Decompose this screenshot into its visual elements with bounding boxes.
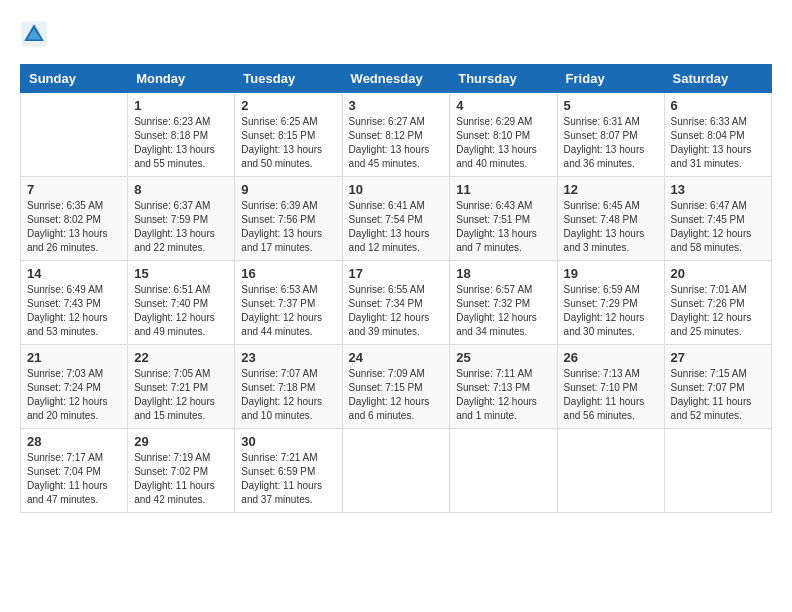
day-number: 18: [456, 266, 550, 281]
calendar-cell: [664, 429, 771, 513]
calendar-cell: 30Sunrise: 7:21 AM Sunset: 6:59 PM Dayli…: [235, 429, 342, 513]
calendar-day-header: Wednesday: [342, 65, 450, 93]
day-number: 27: [671, 350, 765, 365]
day-info: Sunrise: 6:23 AM Sunset: 8:18 PM Dayligh…: [134, 115, 228, 171]
calendar-cell: 13Sunrise: 6:47 AM Sunset: 7:45 PM Dayli…: [664, 177, 771, 261]
day-info: Sunrise: 7:13 AM Sunset: 7:10 PM Dayligh…: [564, 367, 658, 423]
day-info: Sunrise: 7:17 AM Sunset: 7:04 PM Dayligh…: [27, 451, 121, 507]
day-number: 25: [456, 350, 550, 365]
day-info: Sunrise: 6:33 AM Sunset: 8:04 PM Dayligh…: [671, 115, 765, 171]
day-info: Sunrise: 6:57 AM Sunset: 7:32 PM Dayligh…: [456, 283, 550, 339]
day-number: 12: [564, 182, 658, 197]
calendar-day-header: Friday: [557, 65, 664, 93]
day-info: Sunrise: 6:59 AM Sunset: 7:29 PM Dayligh…: [564, 283, 658, 339]
day-number: 19: [564, 266, 658, 281]
day-number: 14: [27, 266, 121, 281]
day-number: 15: [134, 266, 228, 281]
day-number: 26: [564, 350, 658, 365]
calendar-day-header: Sunday: [21, 65, 128, 93]
calendar-cell: 24Sunrise: 7:09 AM Sunset: 7:15 PM Dayli…: [342, 345, 450, 429]
calendar-cell: [21, 93, 128, 177]
calendar-day-header: Saturday: [664, 65, 771, 93]
calendar-cell: 1Sunrise: 6:23 AM Sunset: 8:18 PM Daylig…: [128, 93, 235, 177]
page-header: [20, 20, 772, 48]
calendar-cell: [450, 429, 557, 513]
logo-icon: [20, 20, 48, 48]
day-info: Sunrise: 6:53 AM Sunset: 7:37 PM Dayligh…: [241, 283, 335, 339]
calendar-week-row: 28Sunrise: 7:17 AM Sunset: 7:04 PM Dayli…: [21, 429, 772, 513]
day-number: 13: [671, 182, 765, 197]
day-number: 6: [671, 98, 765, 113]
calendar-cell: [342, 429, 450, 513]
calendar-header-row: SundayMondayTuesdayWednesdayThursdayFrid…: [21, 65, 772, 93]
day-number: 8: [134, 182, 228, 197]
calendar-cell: 27Sunrise: 7:15 AM Sunset: 7:07 PM Dayli…: [664, 345, 771, 429]
calendar-cell: 29Sunrise: 7:19 AM Sunset: 7:02 PM Dayli…: [128, 429, 235, 513]
day-info: Sunrise: 6:25 AM Sunset: 8:15 PM Dayligh…: [241, 115, 335, 171]
day-number: 3: [349, 98, 444, 113]
day-number: 22: [134, 350, 228, 365]
calendar-cell: 7Sunrise: 6:35 AM Sunset: 8:02 PM Daylig…: [21, 177, 128, 261]
calendar-cell: 11Sunrise: 6:43 AM Sunset: 7:51 PM Dayli…: [450, 177, 557, 261]
calendar-week-row: 14Sunrise: 6:49 AM Sunset: 7:43 PM Dayli…: [21, 261, 772, 345]
logo: [20, 20, 52, 48]
day-number: 10: [349, 182, 444, 197]
calendar-cell: 4Sunrise: 6:29 AM Sunset: 8:10 PM Daylig…: [450, 93, 557, 177]
calendar-cell: 10Sunrise: 6:41 AM Sunset: 7:54 PM Dayli…: [342, 177, 450, 261]
calendar-cell: 3Sunrise: 6:27 AM Sunset: 8:12 PM Daylig…: [342, 93, 450, 177]
calendar-cell: 9Sunrise: 6:39 AM Sunset: 7:56 PM Daylig…: [235, 177, 342, 261]
day-number: 16: [241, 266, 335, 281]
calendar-cell: 21Sunrise: 7:03 AM Sunset: 7:24 PM Dayli…: [21, 345, 128, 429]
day-number: 21: [27, 350, 121, 365]
day-number: 17: [349, 266, 444, 281]
day-info: Sunrise: 6:35 AM Sunset: 8:02 PM Dayligh…: [27, 199, 121, 255]
calendar-cell: 8Sunrise: 6:37 AM Sunset: 7:59 PM Daylig…: [128, 177, 235, 261]
calendar-week-row: 21Sunrise: 7:03 AM Sunset: 7:24 PM Dayli…: [21, 345, 772, 429]
calendar-day-header: Tuesday: [235, 65, 342, 93]
day-info: Sunrise: 6:45 AM Sunset: 7:48 PM Dayligh…: [564, 199, 658, 255]
day-info: Sunrise: 6:55 AM Sunset: 7:34 PM Dayligh…: [349, 283, 444, 339]
calendar-cell: 26Sunrise: 7:13 AM Sunset: 7:10 PM Dayli…: [557, 345, 664, 429]
day-info: Sunrise: 6:39 AM Sunset: 7:56 PM Dayligh…: [241, 199, 335, 255]
day-info: Sunrise: 7:03 AM Sunset: 7:24 PM Dayligh…: [27, 367, 121, 423]
day-number: 23: [241, 350, 335, 365]
day-info: Sunrise: 7:11 AM Sunset: 7:13 PM Dayligh…: [456, 367, 550, 423]
day-info: Sunrise: 6:27 AM Sunset: 8:12 PM Dayligh…: [349, 115, 444, 171]
day-info: Sunrise: 7:21 AM Sunset: 6:59 PM Dayligh…: [241, 451, 335, 507]
day-number: 30: [241, 434, 335, 449]
day-number: 11: [456, 182, 550, 197]
calendar-cell: 25Sunrise: 7:11 AM Sunset: 7:13 PM Dayli…: [450, 345, 557, 429]
day-info: Sunrise: 6:37 AM Sunset: 7:59 PM Dayligh…: [134, 199, 228, 255]
day-number: 5: [564, 98, 658, 113]
calendar-cell: 16Sunrise: 6:53 AM Sunset: 7:37 PM Dayli…: [235, 261, 342, 345]
calendar-cell: 19Sunrise: 6:59 AM Sunset: 7:29 PM Dayli…: [557, 261, 664, 345]
day-number: 4: [456, 98, 550, 113]
calendar-day-header: Monday: [128, 65, 235, 93]
calendar-week-row: 1Sunrise: 6:23 AM Sunset: 8:18 PM Daylig…: [21, 93, 772, 177]
day-info: Sunrise: 6:29 AM Sunset: 8:10 PM Dayligh…: [456, 115, 550, 171]
calendar-cell: 14Sunrise: 6:49 AM Sunset: 7:43 PM Dayli…: [21, 261, 128, 345]
day-info: Sunrise: 7:15 AM Sunset: 7:07 PM Dayligh…: [671, 367, 765, 423]
day-info: Sunrise: 6:43 AM Sunset: 7:51 PM Dayligh…: [456, 199, 550, 255]
calendar-cell: 20Sunrise: 7:01 AM Sunset: 7:26 PM Dayli…: [664, 261, 771, 345]
day-number: 9: [241, 182, 335, 197]
calendar-cell: 6Sunrise: 6:33 AM Sunset: 8:04 PM Daylig…: [664, 93, 771, 177]
calendar-cell: 18Sunrise: 6:57 AM Sunset: 7:32 PM Dayli…: [450, 261, 557, 345]
calendar-week-row: 7Sunrise: 6:35 AM Sunset: 8:02 PM Daylig…: [21, 177, 772, 261]
calendar-cell: 15Sunrise: 6:51 AM Sunset: 7:40 PM Dayli…: [128, 261, 235, 345]
day-info: Sunrise: 6:51 AM Sunset: 7:40 PM Dayligh…: [134, 283, 228, 339]
day-info: Sunrise: 7:07 AM Sunset: 7:18 PM Dayligh…: [241, 367, 335, 423]
day-info: Sunrise: 7:09 AM Sunset: 7:15 PM Dayligh…: [349, 367, 444, 423]
day-info: Sunrise: 6:31 AM Sunset: 8:07 PM Dayligh…: [564, 115, 658, 171]
calendar-cell: 2Sunrise: 6:25 AM Sunset: 8:15 PM Daylig…: [235, 93, 342, 177]
calendar-cell: 23Sunrise: 7:07 AM Sunset: 7:18 PM Dayli…: [235, 345, 342, 429]
calendar-cell: 22Sunrise: 7:05 AM Sunset: 7:21 PM Dayli…: [128, 345, 235, 429]
calendar-cell: 5Sunrise: 6:31 AM Sunset: 8:07 PM Daylig…: [557, 93, 664, 177]
day-number: 24: [349, 350, 444, 365]
day-info: Sunrise: 7:01 AM Sunset: 7:26 PM Dayligh…: [671, 283, 765, 339]
day-number: 20: [671, 266, 765, 281]
day-number: 1: [134, 98, 228, 113]
day-info: Sunrise: 7:05 AM Sunset: 7:21 PM Dayligh…: [134, 367, 228, 423]
calendar-day-header: Thursday: [450, 65, 557, 93]
day-info: Sunrise: 6:41 AM Sunset: 7:54 PM Dayligh…: [349, 199, 444, 255]
